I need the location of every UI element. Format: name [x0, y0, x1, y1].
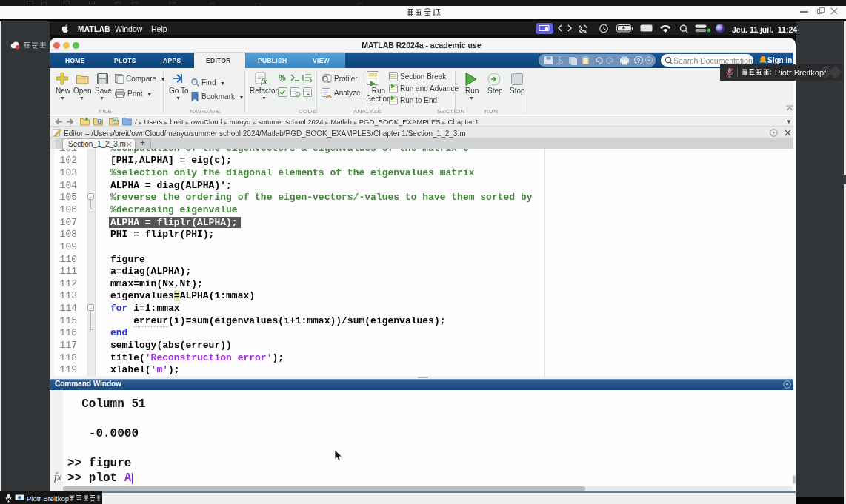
svg-text:fx: fx	[261, 77, 267, 85]
svg-text:?: ?	[636, 57, 641, 64]
